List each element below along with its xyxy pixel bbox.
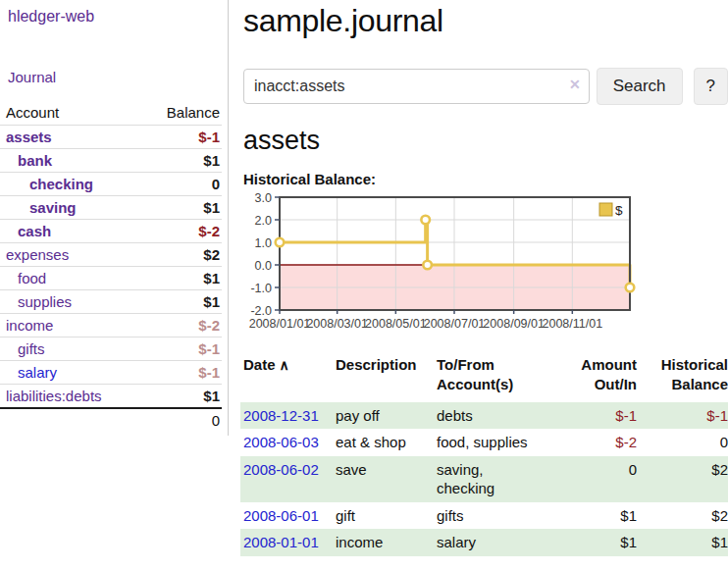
account-link-salary[interactable]: salary xyxy=(18,364,57,381)
account-link-checking[interactable]: checking xyxy=(29,176,93,192)
account-balance: $1 xyxy=(138,385,222,409)
transaction-amount: 0 xyxy=(555,456,637,502)
search-button[interactable]: Search xyxy=(597,68,683,105)
account-link-gifts[interactable]: gifts xyxy=(18,340,45,357)
svg-text:1.0: 1.0 xyxy=(255,236,272,250)
transaction-amount: $-2 xyxy=(555,429,637,456)
accounts-table: Account Balance assets$-1bank$1checking0… xyxy=(0,101,222,432)
register-header-description[interactable]: Description xyxy=(336,352,437,402)
search-input[interactable] xyxy=(243,69,590,104)
account-row: checking0 xyxy=(0,173,222,196)
account-row: liabilities:debts$1 xyxy=(0,385,222,409)
transaction-accounts: gifts xyxy=(437,502,555,530)
svg-text:2008/09/01: 2008/09/01 xyxy=(483,317,545,331)
svg-text:2008/05/01: 2008/05/01 xyxy=(365,317,427,331)
account-link-expenses[interactable]: expenses xyxy=(6,246,69,263)
account-link-supplies[interactable]: supplies xyxy=(18,293,72,310)
account-link-food[interactable]: food xyxy=(18,270,46,286)
account-link-saving[interactable]: saving xyxy=(29,199,77,216)
accounts-total-value: 0 xyxy=(138,408,222,432)
account-balance: $-1 xyxy=(138,361,222,385)
transaction-description: save xyxy=(336,456,437,502)
nav-journal-link[interactable]: Journal xyxy=(8,69,222,85)
clear-search-icon[interactable]: ✕ xyxy=(569,78,581,91)
account-balance: $-2 xyxy=(138,314,222,337)
transaction-accounts: salary xyxy=(437,529,555,556)
help-button[interactable]: ? xyxy=(694,68,728,105)
transaction-accounts: saving, checking xyxy=(437,456,555,502)
account-row: gifts$-1 xyxy=(0,337,222,361)
transaction-accounts: debts xyxy=(437,402,555,430)
transaction-balance: $2 xyxy=(637,502,728,530)
transaction-row: 2008-01-01incomesalary$1$1 xyxy=(240,529,728,556)
svg-text:2.0: 2.0 xyxy=(255,214,272,228)
account-row: supplies$1 xyxy=(0,290,222,314)
account-balance: $1 xyxy=(138,196,222,220)
transaction-description: income xyxy=(336,529,437,556)
transaction-date-link[interactable]: 2008-06-01 xyxy=(243,507,319,524)
accounts-header-row: Account Balance xyxy=(0,101,222,126)
svg-text:-2.0: -2.0 xyxy=(250,304,272,318)
app-brand-link[interactable]: hledger-web xyxy=(8,8,222,26)
accounts-header-balance: Balance xyxy=(138,101,222,126)
register-header-amount[interactable]: AmountOut/In xyxy=(555,352,637,402)
chart-title: Historical Balance: xyxy=(243,171,728,187)
transaction-date-link[interactable]: 2008-12-31 xyxy=(243,407,319,424)
account-row: assets$-1 xyxy=(0,126,222,149)
account-row: cash$-2 xyxy=(0,220,222,243)
account-row: salary$-1 xyxy=(0,361,222,385)
svg-text:2008/03/01: 2008/03/01 xyxy=(306,317,368,331)
transaction-date-link[interactable]: 2008-06-03 xyxy=(243,434,319,450)
historical-balance-chart[interactable]: 3.02.01.00.0-1.0-2.02008/01/012008/03/01… xyxy=(235,192,728,343)
svg-text:2008/11/01: 2008/11/01 xyxy=(542,317,602,331)
transaction-date-link[interactable]: 2008-06-02 xyxy=(243,461,319,478)
transaction-accounts: food, supplies xyxy=(437,429,555,456)
account-row: food$1 xyxy=(0,267,222,290)
register-header-balance[interactable]: HistoricalBalance xyxy=(637,352,728,402)
account-link-income[interactable]: income xyxy=(6,317,53,334)
sidebar: hledger-web Journal Account Balance asse… xyxy=(0,0,222,432)
transaction-description: gift xyxy=(336,502,437,530)
account-link-assets[interactable]: assets xyxy=(6,129,52,145)
register-header-row: Date∧ Description To/FromAccount(s) Amou… xyxy=(240,352,728,402)
main-content: sample.journal ✕ Search ? assets Histori… xyxy=(243,0,728,556)
account-balance: $2 xyxy=(138,243,222,267)
account-row: income$-2 xyxy=(0,314,222,337)
account-row: saving$1 xyxy=(0,196,222,220)
page-title: sample.journal xyxy=(243,0,728,39)
search-bar: ✕ Search ? xyxy=(243,68,728,105)
account-row: expenses$2 xyxy=(0,243,222,267)
transaction-row: 2008-06-01giftgifts$1$2 xyxy=(240,502,728,530)
transaction-balance: $-1 xyxy=(637,402,728,430)
account-balance: $1 xyxy=(138,149,222,173)
transaction-description: eat & shop xyxy=(336,429,437,456)
transaction-date-link[interactable]: 2008-01-01 xyxy=(243,534,319,550)
transaction-amount: $1 xyxy=(555,529,637,556)
register-header-date[interactable]: Date∧ xyxy=(240,352,336,402)
account-balance: $1 xyxy=(138,290,222,314)
account-link-cash[interactable]: cash xyxy=(18,223,51,239)
svg-text:$: $ xyxy=(615,203,623,218)
account-heading: assets xyxy=(243,126,728,156)
transaction-amount: $-1 xyxy=(555,402,637,430)
account-link-liabilities-debts[interactable]: liabilities:debts xyxy=(6,388,102,404)
transaction-description: pay off xyxy=(336,402,437,430)
sidebar-divider xyxy=(228,0,229,436)
account-balance: 0 xyxy=(138,173,222,196)
svg-text:-1.0: -1.0 xyxy=(250,282,272,295)
account-row: bank$1 xyxy=(0,149,222,173)
svg-text:2008/01/01: 2008/01/01 xyxy=(249,317,311,331)
accounts-header-account: Account xyxy=(0,101,138,126)
account-link-bank[interactable]: bank xyxy=(18,152,52,169)
transaction-balance: 0 xyxy=(637,429,728,456)
account-balance: $1 xyxy=(138,267,222,290)
svg-text:0.0: 0.0 xyxy=(255,259,272,273)
svg-text:3.0: 3.0 xyxy=(255,192,272,205)
transaction-row: 2008-06-03eat & shopfood, supplies$-20 xyxy=(240,429,728,456)
svg-text:2008/07/01: 2008/07/01 xyxy=(424,317,486,331)
account-balance: $-1 xyxy=(138,337,222,361)
register-header-accounts[interactable]: To/FromAccount(s) xyxy=(437,352,555,402)
transaction-row: 2008-06-02savesaving, checking0$2 xyxy=(240,456,728,502)
transaction-balance: $2 xyxy=(637,456,728,502)
accounts-total-row: 0 xyxy=(0,408,222,432)
